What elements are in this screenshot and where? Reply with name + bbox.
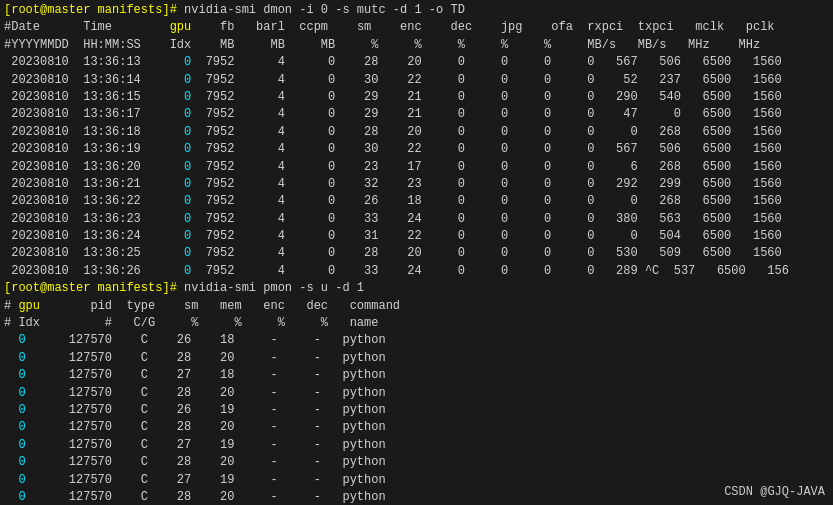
terminal-line: [root@master manifests]# nvidia-smi pmon… <box>4 280 829 297</box>
terminal-line: 0 127570 C 28 20 - - python <box>4 350 829 367</box>
terminal-line: 0 127570 C 28 20 - - python <box>4 489 829 505</box>
terminal-line: 0 127570 C 28 20 - - python <box>4 419 829 436</box>
terminal-line: 20230810 13:36:19 0 7952 4 0 30 22 0 0 0… <box>4 141 829 158</box>
terminal-line: 20230810 13:36:24 0 7952 4 0 31 22 0 0 0… <box>4 228 829 245</box>
terminal-line: 20230810 13:36:14 0 7952 4 0 30 22 0 0 0… <box>4 72 829 89</box>
terminal-line: 20230810 13:36:23 0 7952 4 0 33 24 0 0 0… <box>4 211 829 228</box>
terminal: [root@master manifests]# nvidia-smi dmon… <box>0 0 833 505</box>
terminal-line: 20230810 13:36:18 0 7952 4 0 28 20 0 0 0… <box>4 124 829 141</box>
terminal-line: 20230810 13:36:21 0 7952 4 0 32 23 0 0 0… <box>4 176 829 193</box>
terminal-line: 0 127570 C 26 18 - - python <box>4 332 829 349</box>
terminal-line: 0 127570 C 27 19 - - python <box>4 437 829 454</box>
terminal-line: 20230810 13:36:13 0 7952 4 0 28 20 0 0 0… <box>4 54 829 71</box>
terminal-line: 20230810 13:36:26 0 7952 4 0 33 24 0 0 0… <box>4 263 829 280</box>
terminal-line: 20230810 13:36:22 0 7952 4 0 26 18 0 0 0… <box>4 193 829 210</box>
terminal-line: #YYYYMMDD HH:MM:SS Idx MB MB MB % % % % … <box>4 37 829 54</box>
terminal-line: # Idx # C/G % % % % name <box>4 315 829 332</box>
terminal-line: 20230810 13:36:20 0 7952 4 0 23 17 0 0 0… <box>4 159 829 176</box>
terminal-line: 0 127570 C 26 19 - - python <box>4 402 829 419</box>
terminal-line: #Date Time gpu fb barl ccpm sm enc dec j… <box>4 19 829 36</box>
terminal-line: 20230810 13:36:17 0 7952 4 0 29 21 0 0 0… <box>4 106 829 123</box>
terminal-line: # gpu pid type sm mem enc dec command <box>4 298 829 315</box>
terminal-line: 0 127570 C 28 20 - - python <box>4 454 829 471</box>
terminal-line: 0 127570 C 27 19 - - python <box>4 472 829 489</box>
watermark: CSDN @GJQ-JAVA <box>724 485 825 499</box>
terminal-line: 20230810 13:36:15 0 7952 4 0 29 21 0 0 0… <box>4 89 829 106</box>
terminal-line: 0 127570 C 27 18 - - python <box>4 367 829 384</box>
terminal-line: 0 127570 C 28 20 - - python <box>4 385 829 402</box>
terminal-line: 20230810 13:36:25 0 7952 4 0 28 20 0 0 0… <box>4 245 829 262</box>
terminal-line: [root@master manifests]# nvidia-smi dmon… <box>4 2 829 19</box>
